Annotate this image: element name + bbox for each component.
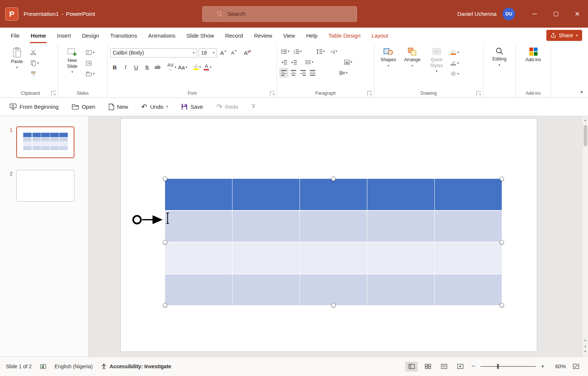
addins-button[interactable]: Add-ins	[522, 45, 545, 63]
minimize-button[interactable]: ─	[524, 0, 545, 28]
resize-handle-bottom-center[interactable]	[331, 303, 336, 307]
zoom-out-button[interactable]: −	[470, 363, 477, 370]
user-name[interactable]: Daniel Uchenna	[457, 11, 497, 17]
arrange-button[interactable]: Arrange ▾	[401, 45, 424, 67]
font-color-button[interactable]: A ▾	[203, 62, 212, 72]
new-slide-button[interactable]: New Slide ▾	[61, 45, 84, 74]
undo-button[interactable]: ↶ Undo ▾	[141, 103, 168, 110]
close-button[interactable]: ×	[567, 0, 588, 28]
font-dialog-launcher[interactable]: ↘	[270, 91, 275, 96]
powerpoint-logo-icon[interactable]: P	[5, 7, 18, 21]
font-size-combo[interactable]: 18 ▾	[199, 48, 217, 58]
table-cell[interactable]	[435, 274, 502, 305]
justify-button[interactable]	[308, 68, 317, 77]
accessibility-status[interactable]: Accessibility: Investigate	[101, 363, 171, 369]
table-cell[interactable]	[165, 211, 232, 242]
tab-view[interactable]: View	[278, 28, 301, 43]
strikethrough-button[interactable]: ab	[153, 62, 162, 72]
table-cell[interactable]	[435, 243, 502, 274]
table[interactable]	[165, 179, 502, 305]
zoom-slider-track[interactable]	[480, 366, 536, 367]
shape-fill-button[interactable]: ▾	[449, 48, 460, 57]
fit-to-window-button[interactable]	[570, 362, 582, 372]
bold-button[interactable]: B	[110, 62, 119, 72]
zoom-slider-knob[interactable]	[497, 364, 499, 369]
format-painter-button[interactable]	[29, 69, 40, 78]
zoom-slider[interactable]	[480, 364, 536, 369]
from-beginning-button[interactable]: From Beginning	[10, 104, 59, 110]
avatar[interactable]: DU	[503, 8, 515, 20]
columns-button[interactable]: ▾	[304, 58, 315, 67]
zoom-level[interactable]: 60%	[550, 363, 566, 369]
slide-indicator[interactable]: Slide 1 of 2	[6, 363, 32, 369]
table-cell[interactable]	[367, 211, 435, 242]
table-cell[interactable]	[300, 211, 367, 242]
change-case-button[interactable]: Aa ▾	[178, 62, 187, 72]
table-cell[interactable]	[232, 274, 300, 305]
decrease-indent-button[interactable]	[280, 58, 288, 67]
table-cell[interactable]	[300, 179, 367, 210]
slide-show-button[interactable]	[454, 362, 466, 372]
reading-view-button[interactable]	[438, 362, 450, 372]
clipboard-dialog-launcher[interactable]: ↘	[51, 91, 56, 96]
tab-layout[interactable]: Layout	[366, 28, 394, 43]
paste-button[interactable]: Paste ▾	[6, 45, 28, 69]
increase-font-size-button[interactable]: A▴	[218, 48, 228, 58]
table-cell[interactable]	[367, 179, 435, 210]
resize-handle-middle-right[interactable]	[500, 240, 504, 244]
drawing-dialog-launcher[interactable]: ↘	[476, 91, 481, 96]
character-spacing-button[interactable]: AV↔ ▾	[167, 62, 176, 72]
tab-design[interactable]: Design	[76, 28, 105, 43]
open-button[interactable]: Open	[72, 104, 95, 110]
table-cell[interactable]	[300, 243, 367, 274]
tab-table-design[interactable]: Table Design	[323, 28, 366, 43]
toolbar-overflow-button[interactable]: ▾	[252, 105, 255, 109]
resize-handle-bottom-right[interactable]	[500, 303, 504, 307]
scroll-down-button[interactable]: ▼	[584, 338, 587, 343]
table-cell[interactable]	[367, 274, 435, 305]
new-button[interactable]: New	[109, 104, 128, 110]
zoom-in-button[interactable]: +	[539, 363, 546, 370]
next-slide-button[interactable]: ▼	[584, 349, 587, 354]
share-button[interactable]: Share ▾	[546, 30, 582, 41]
slide-sorter-view-button[interactable]	[421, 362, 434, 372]
save-button[interactable]: Save	[181, 104, 203, 110]
editing-button[interactable]: Editing ▾	[488, 45, 511, 67]
line-spacing-button[interactable]: ▾	[315, 47, 326, 56]
numbering-button[interactable]: 123 ▾	[292, 47, 304, 56]
table-cell[interactable]	[232, 243, 300, 274]
align-right-button[interactable]	[299, 68, 307, 77]
slide-1-thumbnail[interactable]	[16, 126, 74, 158]
maximize-button[interactable]	[545, 0, 567, 28]
slide-canvas[interactable]	[121, 119, 537, 351]
table-cell[interactable]	[165, 179, 232, 210]
scrollbar-thumb[interactable]	[584, 125, 587, 146]
table-cell[interactable]	[232, 179, 300, 210]
redo-button[interactable]: ↷ Redo	[216, 103, 238, 110]
decrease-font-size-button[interactable]: A▾	[229, 48, 238, 58]
quick-styles-button[interactable]: Quick Styles ▾	[425, 45, 448, 73]
tab-home[interactable]: Home	[25, 28, 52, 43]
resize-handle-top-left[interactable]	[163, 177, 167, 181]
text-direction-button[interactable]: A ▾	[328, 47, 339, 56]
bullets-button[interactable]: ▾	[280, 47, 291, 56]
underline-button[interactable]: U	[132, 62, 141, 72]
normal-view-button[interactable]	[405, 362, 418, 372]
vertical-scrollbar[interactable]: ▲ ▼ ▲ ▼	[582, 116, 588, 356]
tab-file[interactable]: File	[5, 28, 25, 43]
resize-handle-top-center[interactable]	[331, 177, 336, 181]
tab-animations[interactable]: Animations	[143, 28, 181, 43]
language-selector[interactable]: English (Nigeria)	[55, 363, 92, 369]
scroll-up-button[interactable]: ▲	[584, 117, 587, 123]
increase-indent-button[interactable]	[290, 58, 298, 67]
section-button[interactable]: ▾	[85, 69, 96, 78]
shape-effects-button[interactable]: ▾	[449, 69, 460, 78]
italic-button[interactable]: I	[121, 62, 130, 72]
slide-2-thumbnail[interactable]	[16, 170, 74, 202]
font-name-combo[interactable]: Calibri (Body) ▾	[110, 48, 197, 58]
tab-transitions[interactable]: Transitions	[105, 28, 143, 43]
collapse-ribbon-button[interactable]: ▾	[580, 90, 583, 94]
shapes-button[interactable]: Shapes ▾	[377, 45, 400, 67]
tab-insert[interactable]: Insert	[52, 28, 77, 43]
cut-button[interactable]	[29, 48, 40, 57]
